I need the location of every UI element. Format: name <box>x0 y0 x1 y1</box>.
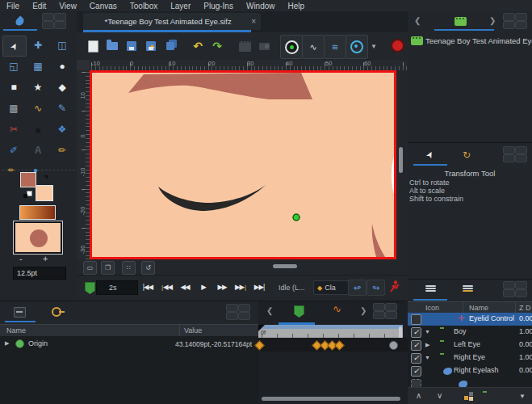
grid-toggle-button[interactable]: ∷ <box>122 261 136 275</box>
groups-tab[interactable] <box>459 283 475 296</box>
foreground-color-swatch[interactable] <box>20 172 36 187</box>
save-button[interactable] <box>122 36 141 56</box>
next-frame-button[interactable]: ▶▶ <box>214 280 230 294</box>
menu-layer[interactable]: Layer <box>164 2 197 11</box>
waypoint-circle[interactable] <box>389 341 398 350</box>
layer-row-left-eye[interactable]: ✓ ▶ Left Eye 0.00 <box>408 339 532 351</box>
polygon-tool-button[interactable]: ◆ <box>51 78 73 97</box>
lower-layer-button[interactable]: ∨ <box>437 391 442 400</box>
text-tool-button[interactable]: A <box>27 141 49 160</box>
render-button[interactable] <box>235 36 254 56</box>
toolbar-dropdown-button[interactable]: ▼ <box>371 43 377 50</box>
panel-prev-icon[interactable]: ❮ <box>266 306 273 315</box>
visibility-checkbox[interactable]: ✓ <box>411 353 421 364</box>
draw-tool-button[interactable]: ✎ <box>51 99 73 118</box>
spline-tool-button[interactable]: ∿ <box>27 99 49 118</box>
horizontal-ruler[interactable]: -10 0 10 20 30 40 50 60 <box>90 60 408 70</box>
canvas-work-area[interactable] <box>92 73 394 257</box>
loop-toggle-button[interactable]: ↺ <box>141 261 155 275</box>
mirror-tool-button[interactable]: ◫ <box>51 36 73 55</box>
curves-tab[interactable]: ∿ <box>333 303 341 315</box>
toggle-show-keyframes-button[interactable] <box>280 35 303 59</box>
menu-view[interactable]: View <box>52 2 83 11</box>
menu-plugins[interactable]: Plug-Ins <box>197 2 240 11</box>
star-tool-button[interactable]: ★ <box>27 78 49 97</box>
panel-buttons[interactable] <box>226 304 250 319</box>
keyframe-lock-button[interactable]: ❐ <box>101 261 115 275</box>
canvas-vscrollbar[interactable] <box>399 147 403 173</box>
expander-open-icon[interactable]: ▼ <box>425 329 430 335</box>
prev-keyframe-button[interactable]: |◀◀ <box>158 280 174 294</box>
panel-buttons[interactable] <box>503 13 527 28</box>
layers-menu-icon[interactable]: ▼ <box>519 393 526 400</box>
swap-colors-icon[interactable] <box>44 175 48 179</box>
tool-options-tab[interactable]: ➤ <box>422 148 438 161</box>
layers-tab[interactable] <box>422 283 438 296</box>
menu-toolbox[interactable]: Toolbox <box>124 2 164 11</box>
menu-edit[interactable]: Edit <box>26 2 52 11</box>
seek-end-button[interactable]: ▶▶| <box>251 280 267 294</box>
panel-buttons[interactable] <box>373 303 397 318</box>
visibility-checkbox[interactable]: ✓ <box>411 327 421 338</box>
panel-next-icon[interactable]: ❯ <box>360 306 367 315</box>
preview-button[interactable] <box>254 36 274 56</box>
raise-layer-button[interactable]: ∧ <box>416 391 421 400</box>
waypoint-diamond[interactable] <box>334 340 345 351</box>
new-file-button[interactable] <box>83 36 103 56</box>
fill-tool-button[interactable]: ● <box>27 120 49 139</box>
record-mode-button[interactable] <box>391 39 404 53</box>
brush-size-decrease-button[interactable]: - <box>19 254 23 263</box>
sketch-tool-button[interactable]: ✏ <box>51 141 73 160</box>
gradient-swatch[interactable] <box>19 205 56 220</box>
expander-closed-icon[interactable]: ▶ <box>425 342 429 348</box>
menu-canvas[interactable]: Canvas <box>83 2 124 11</box>
canvas-list-item[interactable]: Teenage Boy Test Animated Eye <box>408 34 532 47</box>
visibility-checkbox[interactable] <box>411 379 421 387</box>
panel-buttons[interactable] <box>503 281 527 297</box>
parameters-tab[interactable] <box>11 305 27 318</box>
layer-row-partial[interactable] <box>408 377 532 387</box>
background-color-swatch[interactable] <box>36 185 53 201</box>
scale-tool-button[interactable]: ◱ <box>2 57 25 76</box>
seek-begin-button[interactable]: |◀◀ <box>140 280 156 294</box>
param-value[interactable]: 43.14009pt,-20.517164pt <box>175 340 252 348</box>
circle-tool-button[interactable]: ● <box>51 57 73 76</box>
cutout-tool-button[interactable]: ✂ <box>2 120 25 139</box>
panel-prev-icon[interactable]: ❮ <box>414 16 421 25</box>
brush-preview[interactable] <box>14 221 62 254</box>
visibility-checkbox[interactable] <box>411 314 421 325</box>
past-onion-button[interactable]: ▭ <box>83 261 97 275</box>
play-button[interactable]: ▶ <box>195 280 212 294</box>
transform-tool-button[interactable]: ➤ <box>2 36 27 57</box>
rotate-tool-button[interactable]: ▦ <box>27 57 49 76</box>
future-keyframe-button[interactable]: ↬ <box>367 280 385 296</box>
panel-buttons[interactable] <box>503 146 527 162</box>
save-as-button[interactable] <box>141 36 161 56</box>
vertical-ruler[interactable]: 10 0 -10 -20 -30 <box>77 70 90 259</box>
closed-eye-shape[interactable] <box>158 184 266 211</box>
visibility-checkbox[interactable]: ✓ <box>411 340 421 351</box>
layer-row-right-eyelash[interactable]: ✓ Right Eyelash 0.00 <box>408 364 532 377</box>
render-shield-icon[interactable] <box>85 282 95 294</box>
timebar-ruler[interactable]: 0f <box>258 329 403 338</box>
next-keyframe-button[interactable]: ▶▶| <box>232 280 249 294</box>
animate-mode-button[interactable] <box>387 280 402 294</box>
undo-button[interactable]: ↶ <box>188 36 207 56</box>
bucket-tool-button[interactable]: ❖ <box>51 120 73 139</box>
eyedrop-tool-button[interactable]: ✐ <box>2 141 25 160</box>
canvas-hscrollbar[interactable] <box>273 264 297 268</box>
smooth-move-tool-button[interactable]: ✚ <box>27 36 49 55</box>
reset-colors-icon[interactable] <box>27 191 32 196</box>
width-tool-button[interactable]: ✏ <box>0 160 23 179</box>
menu-file[interactable]: File <box>0 2 26 11</box>
toggle-curves-button[interactable]: ≋ <box>324 35 346 59</box>
toggle-handles-button[interactable]: ∿ <box>302 35 325 59</box>
panel-next-icon[interactable]: ❯ <box>489 16 496 25</box>
expander-closed-icon[interactable]: ▶ <box>5 340 9 347</box>
toggle-onion-button[interactable] <box>346 35 368 59</box>
toolbox-tab[interactable] <box>13 15 26 27</box>
save-all-button[interactable] <box>161 36 180 56</box>
menu-window[interactable]: Window <box>240 2 282 11</box>
layer-row-eyelid-control[interactable]: ✛ Eyelid Control 0.00 <box>408 313 532 326</box>
redo-button[interactable]: ↷ <box>207 36 227 56</box>
